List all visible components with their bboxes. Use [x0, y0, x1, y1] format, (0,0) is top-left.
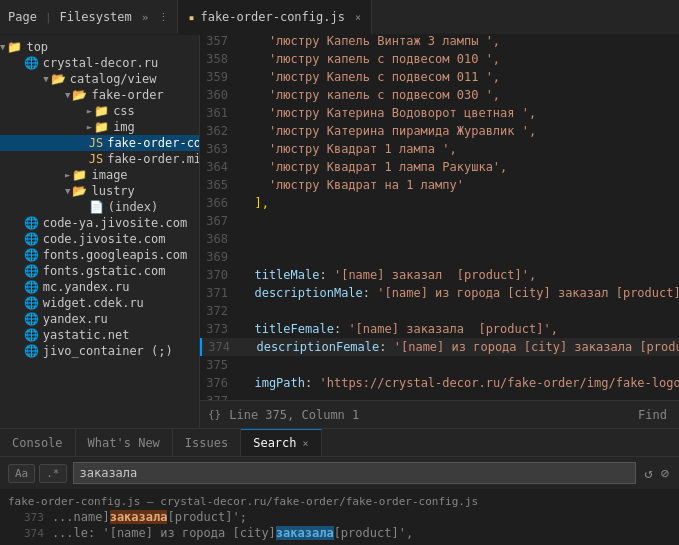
- tree-item-widget-cdek[interactable]: 🌐widget.cdek.ru: [0, 295, 199, 311]
- filesystem-tab[interactable]: Filesystem: [60, 10, 132, 24]
- line-content-357: 'люстру Капель Винтаж 3 лампы ',: [240, 35, 500, 50]
- whats-new-tab[interactable]: What's New: [76, 429, 173, 456]
- tab-close-icon[interactable]: ×: [355, 12, 361, 23]
- tree-item-lustry[interactable]: ▼📂lustry: [0, 183, 199, 199]
- bottom-panel: Console What's New Issues Search × Aa .*…: [0, 428, 679, 545]
- code-line-357: 357 'люстру Капель Винтаж 3 лампы ',: [200, 35, 679, 50]
- code-line-374: 374 descriptionFemale: '[name] из города…: [200, 338, 679, 356]
- find-input-label: Find: [638, 408, 667, 422]
- tab-label: fake-order-config.js: [200, 10, 345, 24]
- code-line-372: 372: [200, 302, 679, 320]
- search-input-wrap: [73, 462, 637, 484]
- line-number-361: 361: [200, 104, 240, 122]
- tree-item-code-jovosite[interactable]: 🌐code.jivosite.com: [0, 231, 199, 247]
- line-number-376: 376: [200, 374, 240, 392]
- code-line-367: 367: [200, 212, 679, 230]
- code-line-360: 360 'люстру капель с подвесом 030 ',: [200, 86, 679, 104]
- line-number-369: 369: [200, 248, 240, 266]
- main-area: ▼📁top 🌐crystal-decor.ru ▼📂catalog/view ▼…: [0, 35, 679, 428]
- line-number-365: 365: [200, 176, 240, 194]
- line-number-364: 364: [200, 158, 240, 176]
- line-number-357: 357: [200, 35, 240, 50]
- line-content-374: descriptionFemale: '[name] из города [ci…: [242, 338, 679, 356]
- search-tab-close[interactable]: ×: [303, 438, 309, 449]
- tree-item-fonts-googleapis[interactable]: 🌐fonts.googleapis.com: [0, 247, 199, 263]
- tree-label-jivo-container: jivo_container (;): [43, 344, 173, 358]
- line-content-361: 'люстру Катерина Водоворот цветная ',: [240, 104, 536, 122]
- code-content[interactable]: 349 'люстру Анжелика Венеция №3 ',350 'л…: [200, 35, 679, 400]
- tree-label-fonts-gstatic: fonts.gstatic.com: [43, 264, 166, 278]
- tree-item-yandex[interactable]: 🌐yandex.ru: [0, 311, 199, 327]
- tree-label-lustry: lustry: [91, 184, 134, 198]
- code-line-369: 369: [200, 248, 679, 266]
- line-number-374: 374: [202, 338, 242, 356]
- panel-options-icon[interactable]: ⋮: [158, 11, 169, 24]
- search-options: Aa .*: [8, 464, 67, 483]
- find-bracket-icon: {}: [208, 408, 221, 421]
- tree-label-catalog-view: catalog/view: [70, 72, 157, 86]
- tree-label-code-ya-jovosite: code-ya.jivosite.com: [43, 216, 188, 230]
- tree-item-css[interactable]: ►📁css: [0, 103, 199, 119]
- case-sensitive-btn[interactable]: Aa: [8, 464, 35, 483]
- line-content-358: 'люстру капель с подвесом 010 ',: [240, 50, 500, 68]
- code-line-364: 364 'люстру Квадрат 1 лампа Ракушка',: [200, 158, 679, 176]
- code-line-370: 370 titleMale: '[name] заказал [product]…: [200, 266, 679, 284]
- code-line-376: 376 imgPath: 'https://crystal-decor.ru/f…: [200, 374, 679, 392]
- refresh-search-btn[interactable]: ↺: [642, 465, 654, 481]
- search-result-file: fake-order-config.js — crystal-decor.ru/…: [8, 495, 671, 508]
- tree-label-fake-order-config: fake-order-config.js: [107, 136, 200, 150]
- tree-item-fonts-gstatic[interactable]: 🌐fonts.gstatic.com: [0, 263, 199, 279]
- line-content-376: imgPath: 'https://crystal-decor.ru/fake-…: [240, 374, 679, 392]
- tab-bar: Page | Filesystem » ⋮ ▪ fake-order-confi…: [0, 0, 679, 35]
- tree-item-fake-order-config[interactable]: JSfake-order-config.js: [0, 135, 199, 151]
- code-line-368: 368: [200, 230, 679, 248]
- line-number-363: 363: [200, 140, 240, 158]
- tree-item-fake-order-min[interactable]: JSfake-order.min.js: [0, 151, 199, 167]
- line-content-370: titleMale: '[name] заказал [product]',: [240, 266, 536, 284]
- code-line-373: 373 titleFemale: '[name] заказала [produ…: [200, 320, 679, 338]
- tree-label-yastatic: yastatic.net: [43, 328, 130, 342]
- editor-tab-fake-order-config[interactable]: ▪ fake-order-config.js ×: [178, 0, 372, 34]
- tree-item-image[interactable]: ►📁image: [0, 167, 199, 183]
- tree-item-catalog-view[interactable]: ▼📂catalog/view: [0, 71, 199, 87]
- console-tab[interactable]: Console: [0, 429, 76, 456]
- tree-label-lustry-index: (index): [108, 200, 159, 214]
- line-number-372: 372: [200, 302, 240, 320]
- tab-file-icon: ▪: [188, 12, 194, 23]
- whole-word-btn[interactable]: .*: [39, 464, 66, 483]
- search-results: fake-order-config.js — crystal-decor.ru/…: [0, 489, 679, 545]
- line-number-360: 360: [200, 86, 240, 104]
- more-icon[interactable]: »: [142, 11, 149, 24]
- find-bar: {} Line 375, Column 1 Find: [200, 400, 679, 428]
- search-result-line-374[interactable]: 374 ...le: '[name] из города [city] зака…: [8, 525, 671, 541]
- tree-item-jivo-container[interactable]: 🌐jivo_container (;): [0, 343, 199, 359]
- search-input[interactable]: [73, 462, 637, 484]
- line-content-373: titleFemale: '[name] заказала [product]'…: [240, 320, 558, 338]
- clear-search-btn[interactable]: ⊘: [659, 465, 671, 481]
- tree-item-lustry-index[interactable]: 📄(index): [0, 199, 199, 215]
- search-actions: ↺ ⊘: [642, 465, 671, 481]
- tree-item-mc-yandex[interactable]: 🌐mc.yandex.ru: [0, 279, 199, 295]
- line-number-358: 358: [200, 50, 240, 68]
- tree-item-img[interactable]: ►📁img: [0, 119, 199, 135]
- tree-item-code-ya-jovosite[interactable]: 🌐code-ya.jivosite.com: [0, 215, 199, 231]
- tree-item-yastatic[interactable]: 🌐yastatic.net: [0, 327, 199, 343]
- tree-item-top[interactable]: ▼📁top: [0, 39, 199, 55]
- panel-tabs: Page | Filesystem » ⋮: [0, 0, 178, 34]
- tree-label-image: image: [91, 168, 127, 182]
- issues-tab[interactable]: Issues: [173, 429, 241, 456]
- line-content-363: 'люстру Квадрат 1 лампа ',: [240, 140, 457, 158]
- code-line-366: 366 ],: [200, 194, 679, 212]
- code-line-358: 358 'люстру капель с подвесом 010 ',: [200, 50, 679, 68]
- search-tab[interactable]: Search ×: [241, 429, 321, 456]
- tree-label-top: top: [26, 40, 48, 54]
- search-result-line-373[interactable]: 373 ...name] заказала [product]';: [8, 509, 671, 525]
- editor-area: 349 'люстру Анжелика Венеция №3 ',350 'л…: [200, 35, 679, 428]
- line-number-366: 366: [200, 194, 240, 212]
- tree-item-crystal-decor[interactable]: 🌐crystal-decor.ru: [0, 55, 199, 71]
- line-content-364: 'люстру Квадрат 1 лампа Ракушка',: [240, 158, 507, 176]
- page-tab[interactable]: Page: [8, 10, 37, 24]
- line-content-360: 'люстру капель с подвесом 030 ',: [240, 86, 500, 104]
- tree-item-fake-order[interactable]: ▼📂fake-order: [0, 87, 199, 103]
- line-number-362: 362: [200, 122, 240, 140]
